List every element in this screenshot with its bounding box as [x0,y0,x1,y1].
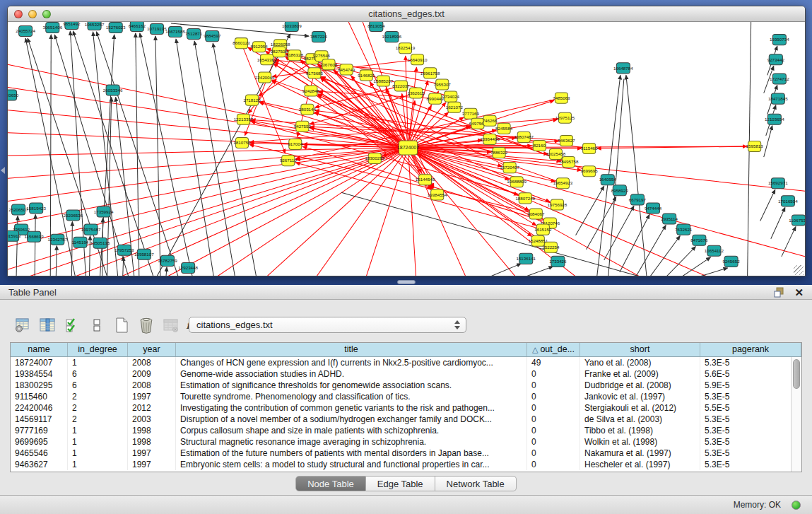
table-cell: 1998 [128,436,176,448]
close-panel-icon[interactable]: ✕ [794,286,804,299]
show-checkboxes-icon[interactable] [88,317,105,334]
svg-text:8990449: 8990449 [427,96,445,101]
split-pane-divider-handle[interactable] [397,280,416,284]
table-cell: 0 [527,459,580,470]
svg-text:8245584: 8245584 [495,126,513,131]
svg-text:8912954: 8912954 [250,44,268,49]
table-cell: 1 [68,425,128,436]
dropdown-arrows-icon [454,320,460,329]
delete-column-icon[interactable] [138,317,155,334]
svg-text:17016504: 17016504 [778,199,798,204]
svg-text:18300295: 18300295 [365,156,384,160]
table-settings-icon[interactable] [14,317,31,334]
column-header-year[interactable]: year [128,343,176,356]
svg-text:11568693: 11568693 [25,234,45,239]
network-view-canvas[interactable]: 2405572430691406965149210653257152760236… [8,22,805,276]
table-cell: 5.3E-5 [700,414,801,425]
tab-edge-table[interactable]: Edge Table [366,476,435,491]
table-row[interactable]: 946362711997Embryonic stem cells: a mode… [11,459,801,470]
table-cell: 0 [527,425,580,436]
delete-table-icon[interactable] [163,317,180,334]
svg-text:1145194: 1145194 [72,240,89,245]
svg-text:12975125: 12975125 [555,115,575,120]
collapse-panel-arrow-icon[interactable] [1,167,5,174]
table-cell: Structural magnetic resonance image aver… [176,436,527,448]
svg-text:9474444: 9474444 [645,206,662,211]
svg-text:9275546: 9275546 [313,53,331,58]
svg-text:7485063: 7485063 [553,95,570,100]
table-selector-dropdown[interactable]: citations_edges.txt [189,317,466,333]
svg-text:10719195: 10719195 [147,26,167,31]
table-cell: Stergiakouli et al. (2012) [580,402,700,414]
float-panel-icon[interactable] [774,287,785,298]
table-row[interactable]: 1872400712008Changes of HCN gene express… [11,357,801,368]
column-header-title[interactable]: title [176,343,527,356]
table-row[interactable]: 969969511998Structural magnetic resonanc… [11,436,801,448]
tab-node-table[interactable]: Node Table [295,476,366,491]
column-header-pagerank[interactable]: pagerank [700,343,801,356]
svg-text:11067533: 11067533 [789,218,805,223]
table-cell: Jankovic et al. (1997) [580,391,700,402]
svg-text:1615152: 1615152 [534,227,552,232]
table-row[interactable]: 2242004622012Investigating the contribut… [11,402,801,414]
table-row[interactable]: 1456911722003Disruption of a novel membe… [11,414,801,425]
table-cell: Disruption of a novel member of a sodium… [176,414,527,425]
column-header-short[interactable]: short [580,343,700,356]
tab-network-table[interactable]: Network Table [435,476,517,491]
table-cell: 9465546 [11,448,68,459]
table-cell: 0 [527,380,580,391]
svg-text:9884597: 9884597 [204,33,221,38]
table-row[interactable]: 946554611997Estimation of the future num… [11,448,801,459]
table-cell: 2 [68,402,128,414]
window-title: citations_edges.txt [8,6,805,22]
svg-text:10654112: 10654112 [705,248,724,253]
table-cell: 5.3E-5 [700,459,801,470]
svg-text:15990734: 15990734 [770,37,789,42]
memory-status-indicator-icon[interactable] [792,501,801,510]
network-window-titlebar[interactable]: citations_edges.txt [8,6,805,22]
network-window[interactable]: citations_edges.txt 24055724306914069651… [7,6,806,276]
svg-text:8454749: 8454749 [338,67,355,72]
table-cell: Hescheler et al. (1997) [580,459,700,470]
select-rows-icon[interactable] [64,317,81,334]
table-cell: 22420046 [11,402,68,414]
scrollbar-thumb[interactable] [793,359,800,389]
node-table: namein_degreeyeartitle△out_de...shortpag… [10,342,802,472]
column-header-in_degree[interactable]: in_degree [68,343,128,356]
new-column-icon[interactable] [113,317,130,334]
column-header-name[interactable]: name [11,343,68,356]
table-row[interactable]: 977716911998Corpus callosum shape and si… [11,425,801,436]
table-cell: 9777169 [11,425,68,436]
svg-text:8471676: 8471676 [690,238,708,243]
svg-text:20364436: 20364436 [480,136,500,141]
svg-text:746266: 746266 [483,118,498,123]
window-resize-grip[interactable] [794,265,804,275]
table-row[interactable]: 911546021997Tourette syndrome. Phenomeno… [11,391,801,402]
table-cell: 9463627 [11,459,68,470]
svg-text:15144545: 15144545 [416,177,435,182]
table-cell: Changes of HCN gene expression and I(f) … [176,357,527,368]
vertical-scrollbar[interactable] [791,357,801,472]
memory-status-label: Memory: OK [734,496,781,514]
svg-text:19756928: 19756928 [548,202,567,207]
column-header-out_de[interactable]: △out_de... [527,343,580,356]
svg-text:3915913: 3915913 [8,233,21,238]
svg-text:15136141: 15136141 [516,256,536,261]
table-cell: 5.3E-5 [700,391,801,402]
table-cell: Nakamura et al. (1997) [580,448,700,459]
svg-text:12103654: 12103654 [765,117,784,122]
table-cell: 18300295 [11,380,68,391]
table-body: 1872400712008Changes of HCN gene express… [11,357,801,470]
svg-text:15885207: 15885207 [374,78,394,83]
table-row[interactable]: 1938455462009Genome-wide association stu… [11,368,801,380]
table-cell: 19384554 [11,368,68,380]
select-columns-icon[interactable] [39,317,56,334]
table-mode-tabs: Node TableEdge TableNetwork Table [0,476,812,491]
svg-text:9115460: 9115460 [581,146,598,151]
svg-text:8322037: 8322037 [392,83,410,88]
table-cell: 2009 [128,368,176,380]
table-row[interactable]: 1830029562008Estimation of significance … [11,380,801,391]
table-cell: Genome-wide association studies in ADHD. [176,368,527,380]
table-cell: 1997 [128,459,176,470]
svg-text:18724007: 18724007 [397,145,419,150]
